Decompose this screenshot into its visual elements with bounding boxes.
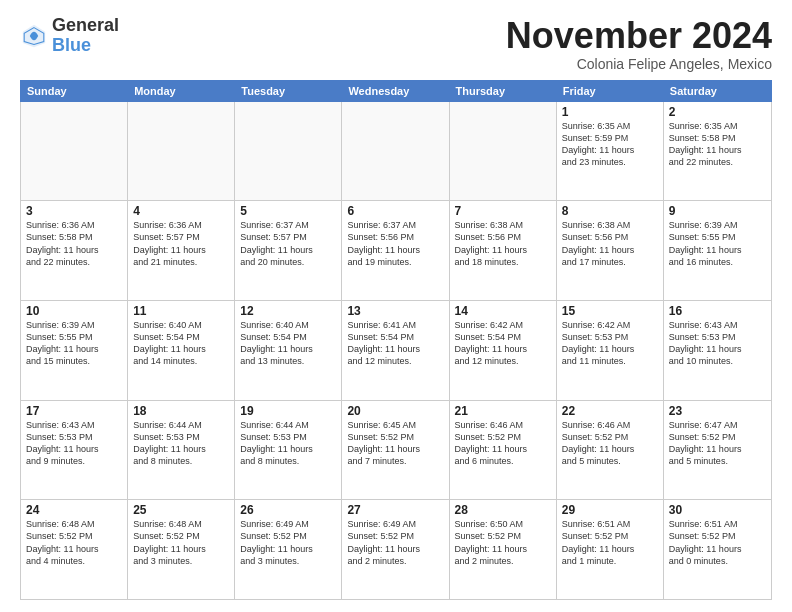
cell-info: Sunset: 5:52 PM	[455, 431, 551, 443]
cell-info: Sunrise: 6:51 AM	[669, 518, 766, 530]
day-number: 1	[562, 105, 658, 119]
cell-info: and 23 minutes.	[562, 156, 658, 168]
cell-info: Sunrise: 6:35 AM	[562, 120, 658, 132]
cell-info: Daylight: 11 hours	[669, 144, 766, 156]
cell-info: Sunrise: 6:41 AM	[347, 319, 443, 331]
cell-info: and 11 minutes.	[562, 355, 658, 367]
day-number: 29	[562, 503, 658, 517]
cell-info: Sunrise: 6:43 AM	[26, 419, 122, 431]
cell-info: Sunrise: 6:48 AM	[26, 518, 122, 530]
calendar-row-4: 24Sunrise: 6:48 AMSunset: 5:52 PMDayligh…	[21, 500, 771, 599]
cell-info: and 6 minutes.	[455, 455, 551, 467]
cell-info: Sunrise: 6:50 AM	[455, 518, 551, 530]
cell-info: Daylight: 11 hours	[669, 543, 766, 555]
cell-info: and 12 minutes.	[455, 355, 551, 367]
cell-info: Sunset: 5:54 PM	[455, 331, 551, 343]
calendar-cell: 23Sunrise: 6:47 AMSunset: 5:52 PMDayligh…	[664, 401, 771, 500]
subtitle: Colonia Felipe Angeles, Mexico	[506, 56, 772, 72]
cell-info: Sunrise: 6:49 AM	[347, 518, 443, 530]
calendar-cell: 20Sunrise: 6:45 AMSunset: 5:52 PMDayligh…	[342, 401, 449, 500]
cell-info: Daylight: 11 hours	[133, 244, 229, 256]
day-number: 10	[26, 304, 122, 318]
month-title: November 2024	[506, 16, 772, 56]
calendar-cell: 2Sunrise: 6:35 AMSunset: 5:58 PMDaylight…	[664, 102, 771, 201]
calendar-body: 1Sunrise: 6:35 AMSunset: 5:59 PMDaylight…	[20, 102, 772, 600]
cell-info: Sunset: 5:55 PM	[669, 231, 766, 243]
calendar-cell: 17Sunrise: 6:43 AMSunset: 5:53 PMDayligh…	[21, 401, 128, 500]
calendar-cell: 11Sunrise: 6:40 AMSunset: 5:54 PMDayligh…	[128, 301, 235, 400]
calendar-cell: 15Sunrise: 6:42 AMSunset: 5:53 PMDayligh…	[557, 301, 664, 400]
cell-info: Daylight: 11 hours	[455, 244, 551, 256]
day-number: 7	[455, 204, 551, 218]
day-number: 18	[133, 404, 229, 418]
calendar-row-3: 17Sunrise: 6:43 AMSunset: 5:53 PMDayligh…	[21, 401, 771, 501]
cell-info: Daylight: 11 hours	[240, 244, 336, 256]
cell-info: Sunset: 5:58 PM	[669, 132, 766, 144]
cell-info: Daylight: 11 hours	[133, 543, 229, 555]
day-number: 14	[455, 304, 551, 318]
calendar-cell: 25Sunrise: 6:48 AMSunset: 5:52 PMDayligh…	[128, 500, 235, 599]
cell-info: Daylight: 11 hours	[26, 543, 122, 555]
cell-info: Sunset: 5:52 PM	[347, 431, 443, 443]
cell-info: Sunrise: 6:46 AM	[562, 419, 658, 431]
cell-info: Sunset: 5:53 PM	[562, 331, 658, 343]
cell-info: and 19 minutes.	[347, 256, 443, 268]
cell-info: Sunset: 5:52 PM	[347, 530, 443, 542]
calendar-cell: 13Sunrise: 6:41 AMSunset: 5:54 PMDayligh…	[342, 301, 449, 400]
calendar-cell: 28Sunrise: 6:50 AMSunset: 5:52 PMDayligh…	[450, 500, 557, 599]
cell-info: Sunrise: 6:37 AM	[347, 219, 443, 231]
cell-info: and 10 minutes.	[669, 355, 766, 367]
cell-info: Sunset: 5:57 PM	[133, 231, 229, 243]
day-number: 21	[455, 404, 551, 418]
calendar-cell: 1Sunrise: 6:35 AMSunset: 5:59 PMDaylight…	[557, 102, 664, 201]
cell-info: Sunrise: 6:42 AM	[562, 319, 658, 331]
logo-text: General Blue	[52, 16, 119, 56]
cell-info: and 15 minutes.	[26, 355, 122, 367]
cell-info: Daylight: 11 hours	[562, 244, 658, 256]
header-day-monday: Monday	[128, 81, 235, 101]
cell-info: Daylight: 11 hours	[562, 543, 658, 555]
calendar-header: SundayMondayTuesdayWednesdayThursdayFrid…	[20, 80, 772, 102]
calendar-cell: 6Sunrise: 6:37 AMSunset: 5:56 PMDaylight…	[342, 201, 449, 300]
day-number: 26	[240, 503, 336, 517]
cell-info: Daylight: 11 hours	[669, 343, 766, 355]
header-day-tuesday: Tuesday	[235, 81, 342, 101]
cell-info: Sunset: 5:59 PM	[562, 132, 658, 144]
cell-info: Sunrise: 6:40 AM	[240, 319, 336, 331]
cell-info: Sunset: 5:52 PM	[133, 530, 229, 542]
day-number: 24	[26, 503, 122, 517]
cell-info: and 8 minutes.	[133, 455, 229, 467]
header-day-wednesday: Wednesday	[342, 81, 449, 101]
cell-info: and 22 minutes.	[26, 256, 122, 268]
day-number: 27	[347, 503, 443, 517]
cell-info: Sunset: 5:52 PM	[562, 530, 658, 542]
calendar-cell: 27Sunrise: 6:49 AMSunset: 5:52 PMDayligh…	[342, 500, 449, 599]
day-number: 23	[669, 404, 766, 418]
calendar-cell: 9Sunrise: 6:39 AMSunset: 5:55 PMDaylight…	[664, 201, 771, 300]
header-day-saturday: Saturday	[664, 81, 771, 101]
cell-info: and 3 minutes.	[240, 555, 336, 567]
day-number: 12	[240, 304, 336, 318]
cell-info: and 13 minutes.	[240, 355, 336, 367]
logo-icon	[20, 22, 48, 50]
cell-info: and 17 minutes.	[562, 256, 658, 268]
calendar-row-0: 1Sunrise: 6:35 AMSunset: 5:59 PMDaylight…	[21, 102, 771, 202]
calendar-cell: 30Sunrise: 6:51 AMSunset: 5:52 PMDayligh…	[664, 500, 771, 599]
cell-info: Sunrise: 6:38 AM	[562, 219, 658, 231]
header-day-friday: Friday	[557, 81, 664, 101]
cell-info: Sunset: 5:54 PM	[133, 331, 229, 343]
cell-info: Daylight: 11 hours	[455, 443, 551, 455]
cell-info: and 4 minutes.	[26, 555, 122, 567]
cell-info: Sunrise: 6:43 AM	[669, 319, 766, 331]
cell-info: Daylight: 11 hours	[347, 343, 443, 355]
calendar-cell	[21, 102, 128, 201]
cell-info: Sunrise: 6:37 AM	[240, 219, 336, 231]
calendar-row-2: 10Sunrise: 6:39 AMSunset: 5:55 PMDayligh…	[21, 301, 771, 401]
title-section: November 2024 Colonia Felipe Angeles, Me…	[506, 16, 772, 72]
cell-info: Daylight: 11 hours	[562, 343, 658, 355]
cell-info: Daylight: 11 hours	[133, 443, 229, 455]
cell-info: Sunset: 5:58 PM	[26, 231, 122, 243]
cell-info: Sunrise: 6:35 AM	[669, 120, 766, 132]
day-number: 5	[240, 204, 336, 218]
day-number: 11	[133, 304, 229, 318]
